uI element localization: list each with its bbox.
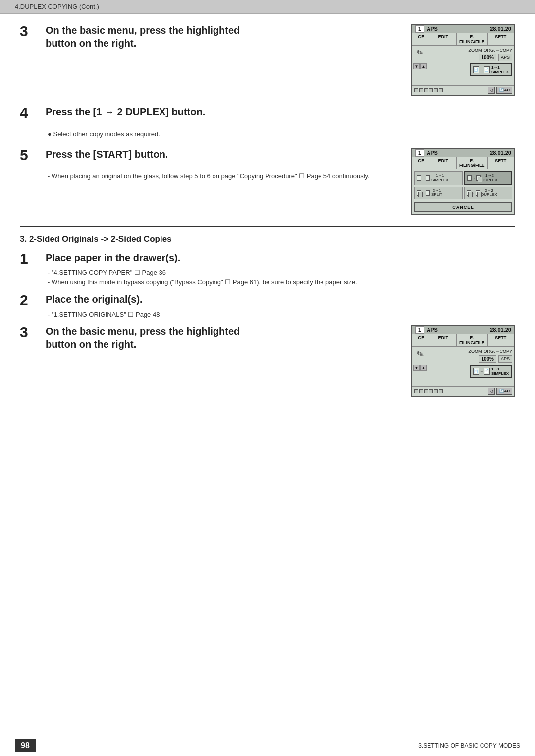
lcd-date: 28.01.20 xyxy=(490,26,511,32)
lcd-simplex-btn: 📄 → 📄 1→1SIMPLEX xyxy=(470,63,512,76)
dot-2 xyxy=(419,88,423,92)
lcd-org-label: ORG.→COPY xyxy=(483,48,512,53)
lcd-menu-sett: SETT xyxy=(488,33,515,45)
lcd-mode-2to2: → 2→2DUPLEX xyxy=(464,187,513,200)
arrow-icon: → xyxy=(480,68,483,72)
lcd2-menu-edit: EDIT xyxy=(430,334,457,346)
lcd2-num: 1 APS xyxy=(415,327,438,333)
step-3-left: 3 On the basic menu, press the highlight… xyxy=(20,24,402,53)
simplex-label-2: 1→1SIMPLEX xyxy=(491,367,509,376)
step-5-sub-1: When placing an original on the glass, f… xyxy=(46,172,370,180)
major-divider xyxy=(20,226,515,227)
footer-text: 3.SETTING OF BASIC COPY MODES xyxy=(418,742,520,749)
2to2-mode-label: 2→2DUPLEX xyxy=(482,189,497,198)
page-number: 98 xyxy=(15,739,36,752)
s2-step-1-num: 1 xyxy=(20,251,39,266)
step-5-title: Press the [START] button. xyxy=(46,148,168,161)
pen-icon: ✎ xyxy=(415,47,426,59)
lcd2-simplex-btn: 📄 → 📄 1→1SIMPLEX xyxy=(470,365,512,378)
lcd-top-bar: 1 APS 28.01.20 xyxy=(412,25,514,33)
s2-step-3-screen: 1 APS 28.01.20 GE EDIT E-FILING/FILE SET… xyxy=(411,325,515,397)
ps-1 xyxy=(417,175,421,181)
lcd2-left-panel: ✎ ▼ ▲ xyxy=(412,347,428,386)
step-4-left: 4 Press the [1 → 2 DUPLEX] button. Selec… xyxy=(20,106,515,140)
simplex-icons: 📄 → 📄 xyxy=(473,66,490,73)
ps-3 xyxy=(467,175,472,181)
lcd-duplex-top-bar: 1 APS 28.01.20 xyxy=(412,149,514,157)
ps-7a xyxy=(467,190,471,196)
lcd-menu-bar: GE EDIT E-FILING/FILE SETT xyxy=(412,33,514,46)
lcd-dup-ge: GE xyxy=(412,157,430,169)
lcd2-duplex-area: 📄 → 📄 1→1SIMPLEX xyxy=(430,365,512,378)
lcd2-aps-val: APS xyxy=(498,355,512,363)
step-5-header: 5 Press the [START] button. xyxy=(20,148,168,163)
lcd-dots xyxy=(414,88,443,92)
d6 xyxy=(439,389,443,393)
lcd-duplex-menu-bar: GE EDIT E-FILING/FILE SETT xyxy=(412,157,514,169)
pen-icon-2: ✎ xyxy=(415,348,426,361)
s2-step-2-sub-1: "1.SETTING ORIGINALS" ☐ Page 48 xyxy=(46,311,515,318)
s2-step-1-subs: "4.SETTING COPY PAPER" ☐ Page 36 When us… xyxy=(46,269,515,288)
step-5-subs: When placing an original on the glass, f… xyxy=(46,172,370,182)
d3 xyxy=(424,389,428,393)
d2 xyxy=(419,389,423,393)
s2-step-3-title: On the basic menu, press the highlighted… xyxy=(46,325,240,351)
lcd-body-1: ✎ ▼ ▲ ZOOM ORG.→COPY xyxy=(412,46,514,85)
lcd-aps-val: APS xyxy=(498,54,512,61)
simplex-icons-3: 📄 → 📄 xyxy=(473,368,490,375)
s2-step-3-num: 3 xyxy=(20,325,39,340)
d4 xyxy=(429,389,433,393)
lcd-au-btn: 🔄AU xyxy=(496,87,512,94)
arr-2: → xyxy=(472,176,476,180)
step-3-screen: 1 APS 28.01.20 GE EDIT E-FILING/FILE SET… xyxy=(411,24,515,96)
lcd2-org-label: ORG.→COPY xyxy=(483,349,512,354)
lcd-basic-2: 1 APS 28.01.20 GE EDIT E-FILING/FILE SET… xyxy=(411,325,515,397)
step-4-number: 4 xyxy=(20,106,39,120)
dot-3 xyxy=(424,88,428,92)
lcd-up-arrow: ▲ xyxy=(420,63,427,69)
lcd2-au-btn: 🔄AU xyxy=(496,388,512,395)
lcd2-arrows: ▼ ▲ xyxy=(413,365,427,371)
s2-step-3-left: 3 On the basic menu, press the highlight… xyxy=(20,325,402,354)
arr-1: → xyxy=(422,176,425,180)
d5 xyxy=(434,389,438,393)
ps-4a xyxy=(476,175,481,181)
lcd-bottom-row-1: ◁ 🔄AU xyxy=(412,85,514,95)
lcd2-top-bar: 1 APS 28.01.20 xyxy=(412,326,514,334)
lcd2-menu-efiling: E-FILING/FILE xyxy=(457,334,488,346)
s2-step-3-row: 3 On the basic menu, press the highlight… xyxy=(20,325,515,397)
ps-8a xyxy=(476,190,480,196)
1to2-mode-label: 1→2DUPLEX xyxy=(482,174,498,183)
2to2-icons: → xyxy=(467,190,480,196)
lcd2-zoom-label: ZOOM xyxy=(468,349,482,354)
dot-5 xyxy=(434,88,438,92)
step-3-content: On the basic menu, press the highlighted… xyxy=(46,24,240,53)
lcd-zoom-val: 100% xyxy=(479,54,496,61)
s2-step-2-subs: "1.SETTING ORIGINALS" ☐ Page 48 xyxy=(46,311,515,320)
lcd-duplex-area: 📄 → 📄 1→1SIMPLEX xyxy=(430,63,512,76)
step-4-title: Press the [1 → 2 DUPLEX] button. xyxy=(46,106,205,118)
arrow-icon-2: → xyxy=(480,369,483,374)
section-2sided-heading: 3. 2-Sided Originals -> 2-Sided Copies xyxy=(20,234,515,244)
lcd-mode-1to2: → 1→2DUPLEX xyxy=(464,171,513,185)
dot-6 xyxy=(439,88,443,92)
step-3-title: On the basic menu, press the highlighted… xyxy=(46,24,240,50)
s2-step-1-row: 1 Place paper in the drawer(s). "4.SETTI… xyxy=(20,251,515,288)
lcd-num: 1 APS xyxy=(415,26,438,32)
lcd2-dots xyxy=(414,389,443,393)
lcd2-zoom-row: ZOOM ORG.→COPY xyxy=(430,349,512,354)
step-4-row: 4 Press the [1 → 2 DUPLEX] button. Selec… xyxy=(20,106,515,140)
lcd-duplex-num: 1 APS xyxy=(415,150,438,156)
main-content: 3 On the basic menu, press the highlight… xyxy=(0,14,535,422)
step-3-number: 3 xyxy=(20,24,39,39)
simplex-label: 1→1SIMPLEX xyxy=(491,65,509,74)
pi-left-2: 📄 xyxy=(473,368,479,375)
lcd2-down: ▼ xyxy=(413,365,420,371)
lcd-mode-simplex: → 1→1SIMPLEX xyxy=(414,171,463,185)
page-footer: 98 3.SETTING OF BASIC COPY MODES xyxy=(0,735,535,756)
step-5-row: 5 Press the [START] button. When placing… xyxy=(20,148,515,215)
lcd-zoom-vals: 100% APS xyxy=(430,54,512,61)
pi-right-2: 📄 xyxy=(484,368,490,375)
lcd2-menu-ge: GE xyxy=(412,334,430,346)
lcd-zoom-label: ZOOM xyxy=(468,48,482,53)
